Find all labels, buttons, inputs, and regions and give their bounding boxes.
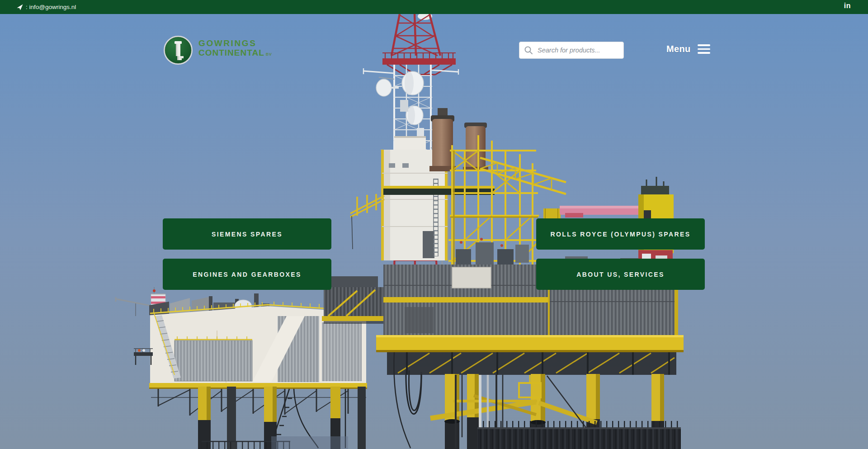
logo-line2: CONTINENTALBV — [198, 48, 272, 59]
button-siemens-spares[interactable]: SIEMENS SPARES — [163, 218, 331, 250]
button-rolls-royce-olympus-spares[interactable]: ROLLS ROYCE (OLYMPUS) SPARES — [536, 218, 705, 250]
linkedin-icon[interactable]: in — [844, 2, 851, 10]
search-icon[interactable] — [524, 46, 533, 55]
site-logo[interactable]: GOWRINGS CONTINENTALBV — [164, 36, 272, 65]
contact-email-link[interactable]: : info@gowrings.nl — [16, 0, 76, 14]
logo-bv-suffix: BV — [266, 52, 272, 57]
logo-line1: GOWRINGS — [198, 38, 272, 48]
menu-label: Menu — [666, 44, 690, 54]
topbar: : info@gowrings.nl in — [0, 0, 868, 14]
logo-text: GOWRINGS CONTINENTALBV — [198, 38, 272, 59]
button-about-us-services[interactable]: ABOUT US, SERVICES — [536, 259, 705, 290]
page: : info@gowrings.nl in — [0, 0, 868, 449]
hamburger-icon — [698, 44, 710, 53]
oil-rig-photo — [0, 14, 868, 449]
logo-mark-icon — [164, 36, 193, 65]
menu-button[interactable]: Menu — [666, 44, 710, 54]
product-search — [519, 42, 624, 59]
search-input[interactable] — [537, 46, 624, 54]
button-engines-and-gearboxes[interactable]: ENGINES AND GEARBOXES — [163, 259, 331, 290]
hero-section: GOWRINGS CONTINENTALBV Menu SIEMENS SPAR… — [0, 14, 868, 449]
contact-email-text: : info@gowrings.nl — [26, 4, 76, 10]
send-icon — [16, 4, 24, 11]
